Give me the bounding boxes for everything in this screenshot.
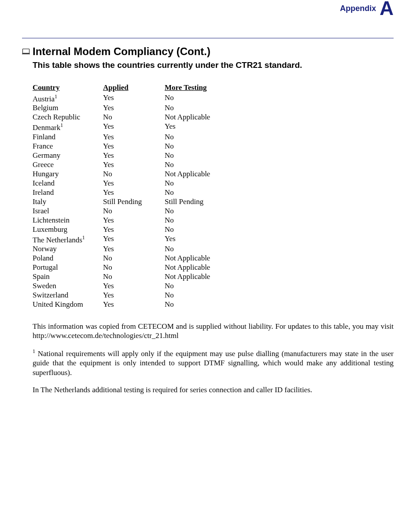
cell-country: Norway [33, 245, 103, 254]
table-row: FranceYesNo [33, 141, 244, 151]
cell-country: France [33, 141, 103, 151]
header-rule [22, 38, 394, 38]
country-sup: 1 [82, 234, 85, 241]
cell-country: Switzerland [33, 291, 103, 300]
page-subtitle: This table shows the countries currently… [33, 60, 394, 70]
cell-applied: Yes [103, 245, 165, 254]
cell-more-testing: No [165, 282, 244, 291]
cell-applied: Yes [103, 178, 165, 188]
cell-more-testing: Yes [165, 234, 244, 245]
cell-applied: Yes [103, 141, 165, 151]
cell-country: Austria1 [33, 93, 103, 104]
table-row: IcelandYesNo [33, 178, 244, 188]
cell-country: Hungary [33, 169, 103, 178]
cell-applied: Yes [103, 215, 165, 225]
appendix-letter: A [379, 0, 394, 19]
footnote-paragraph: 1 National requirements will apply only … [33, 348, 394, 377]
cell-applied: Yes [103, 122, 165, 133]
table-row: Austria1YesNo [33, 93, 244, 104]
cell-applied: Yes [103, 291, 165, 300]
cell-more-testing: No [165, 206, 244, 215]
cell-applied: Yes [103, 188, 165, 197]
cell-country: Ireland [33, 188, 103, 197]
cell-applied: Yes [103, 300, 165, 309]
cell-more-testing: No [165, 225, 244, 234]
table-row: ItalyStill PendingStill Pending [33, 197, 244, 206]
table-row: United KingdomYesNo [33, 300, 244, 309]
info-paragraph: This information was copied from CETECOM… [33, 322, 394, 341]
appendix-label: AppendixA [340, 0, 394, 19]
notebook-icon [22, 48, 30, 55]
cell-more-testing: Still Pending [165, 197, 244, 206]
cell-more-testing: No [165, 178, 244, 188]
cell-more-testing: No [165, 291, 244, 300]
cell-more-testing: Yes [165, 122, 244, 133]
compliancy-table: Country Applied More Testing Austria1Yes… [33, 83, 244, 309]
table-row: BelgiumYesNo [33, 104, 244, 113]
table-row: PortugalNoNot Applicable [33, 263, 244, 272]
cell-country: Portugal [33, 263, 103, 272]
cell-applied: No [103, 169, 165, 178]
table-row: The Netherlands1YesYes [33, 234, 244, 245]
table-row: FinlandYesNo [33, 132, 244, 141]
th-applied: Applied [103, 83, 165, 93]
table-row: Denmark1YesYes [33, 122, 244, 133]
svg-rect-1 [22, 54, 30, 55]
table-row: HungaryNoNot Applicable [33, 169, 244, 178]
cell-applied: Yes [103, 104, 165, 113]
cell-country: United Kingdom [33, 300, 103, 309]
cell-country: Spain [33, 272, 103, 282]
table-row: Czech RepublicNoNot Applicable [33, 113, 244, 122]
country-sup: 1 [60, 122, 63, 128]
cell-country: Italy [33, 197, 103, 206]
cell-applied: Yes [103, 93, 165, 104]
table-row: GreeceYesNo [33, 160, 244, 169]
cell-applied: No [103, 254, 165, 263]
table-row: SwitzerlandYesNo [33, 291, 244, 300]
netherlands-paragraph: In The Netherlands additional testing is… [33, 385, 394, 394]
cell-country: Luxemburg [33, 225, 103, 234]
table-row: IrelandYesNo [33, 188, 244, 197]
cell-applied: No [103, 272, 165, 282]
cell-more-testing: No [165, 141, 244, 151]
table-row: SwedenYesNo [33, 282, 244, 291]
cell-country: Israel [33, 206, 103, 215]
cell-more-testing: Not Applicable [165, 263, 244, 272]
cell-applied: Yes [103, 234, 165, 245]
cell-more-testing: Not Applicable [165, 113, 244, 122]
footnote-text: National requirements will apply only if… [33, 349, 394, 377]
cell-country: Belgium [33, 104, 103, 113]
th-more-testing: More Testing [165, 83, 244, 93]
cell-more-testing: No [165, 160, 244, 169]
table-row: NorwayYesNo [33, 245, 244, 254]
cell-applied: Still Pending [103, 197, 165, 206]
cell-applied: Yes [103, 282, 165, 291]
cell-applied: No [103, 206, 165, 215]
cell-country: Germany [33, 151, 103, 160]
cell-more-testing: No [165, 215, 244, 225]
cell-more-testing: No [165, 245, 244, 254]
page-title: Internal Modem Compliancy (Cont.) [33, 45, 210, 58]
cell-applied: Yes [103, 160, 165, 169]
th-country: Country [33, 83, 103, 93]
cell-country: Denmark1 [33, 122, 103, 133]
cell-more-testing: No [165, 93, 244, 104]
cell-applied: Yes [103, 132, 165, 141]
table-row: SpainNoNot Applicable [33, 272, 244, 282]
table-row: LuxemburgYesNo [33, 225, 244, 234]
cell-more-testing: Not Applicable [165, 254, 244, 263]
country-sup: 1 [55, 93, 57, 100]
appendix-word: Appendix [340, 4, 376, 13]
svg-rect-0 [23, 49, 29, 53]
table-row: LichtensteinYesNo [33, 215, 244, 225]
cell-applied: No [103, 113, 165, 122]
cell-more-testing: No [165, 132, 244, 141]
table-row: IsraelNoNo [33, 206, 244, 215]
cell-country: Greece [33, 160, 103, 169]
table-row: GermanyYesNo [33, 151, 244, 160]
cell-country: The Netherlands1 [33, 234, 103, 245]
cell-more-testing: No [165, 188, 244, 197]
cell-applied: Yes [103, 225, 165, 234]
cell-country: Lichtenstein [33, 215, 103, 225]
cell-more-testing: No [165, 300, 244, 309]
